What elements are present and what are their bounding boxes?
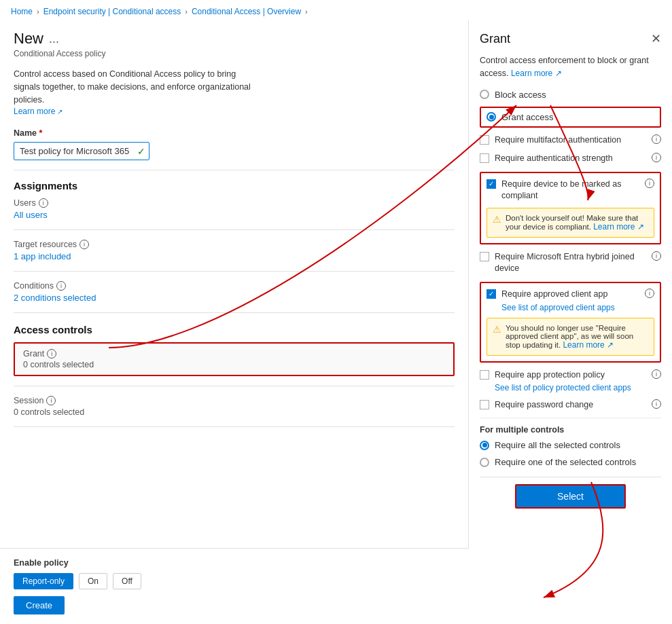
target-resources-info-icon[interactable]: i — [79, 240, 89, 249]
grant-access-radio[interactable] — [487, 112, 496, 122]
breadcrumb-sep1: › — [37, 7, 39, 16]
session-value: 0 controls selected — [14, 407, 455, 417]
hybrid-info-icon[interactable]: i — [652, 251, 661, 261]
page-learn-more[interactable]: Learn more — [14, 107, 63, 116]
panel-header: Grant ✕ — [480, 31, 661, 46]
app-protection-link[interactable]: See list of policy protected client apps — [495, 383, 661, 392]
page-title-row: New ... — [14, 30, 455, 48]
device-compliant-warning: ⚠ Don't lock yourself out! Make sure tha… — [487, 208, 654, 238]
target-resources-label: Target resources i — [14, 240, 455, 249]
block-access-radio[interactable] — [480, 90, 489, 99]
session-label: Session i — [14, 396, 455, 405]
auth-strength-info-icon[interactable]: i — [652, 153, 661, 162]
approved-app-option: Require approved client app i — [487, 289, 654, 301]
name-field-section: Name * ✓ — [14, 128, 455, 160]
toggle-off[interactable]: Off — [113, 573, 141, 589]
grant-access-highlighted: Grant access — [480, 107, 661, 128]
divider-conditions — [14, 312, 455, 313]
multiple-controls-section: For multiple controls Require all the se… — [480, 425, 661, 467]
divider-target — [14, 271, 455, 272]
device-compliant-warning-text: Don't lock yourself out! Make sure that … — [506, 214, 648, 232]
password-change-checkbox[interactable] — [480, 400, 489, 409]
require-all-label: Require all the selected controls — [495, 440, 620, 450]
panel-learn-more-link[interactable]: Learn more ↗ — [511, 69, 562, 78]
select-button-row: Select — [480, 477, 661, 509]
required-star: * — [39, 128, 43, 138]
input-check-icon: ✓ — [137, 146, 145, 157]
close-panel-button[interactable]: ✕ — [651, 31, 661, 46]
name-input-wrapper: ✓ — [14, 142, 149, 160]
require-all-option[interactable]: Require all the selected controls — [480, 440, 661, 450]
grant-label: Grant i — [23, 349, 445, 359]
auth-strength-checkbox[interactable] — [480, 153, 489, 163]
breadcrumb-home[interactable]: Home — [11, 7, 33, 16]
create-button[interactable]: Create — [14, 596, 65, 614]
require-one-option[interactable]: Require one of the selected controls — [480, 457, 661, 467]
device-compliant-label: Require device to be marked as compliant — [501, 179, 642, 202]
page-subtitle: Conditional Access policy — [14, 49, 455, 58]
main-layout: New ... Conditional Access policy Contro… — [0, 20, 672, 621]
select-button[interactable]: Select — [515, 484, 626, 509]
toggle-report-only[interactable]: Report-only — [14, 573, 73, 589]
divider-1 — [14, 170, 455, 170]
name-input[interactable] — [14, 142, 149, 160]
approved-app-warning: ⚠ You should no longer use "Require appr… — [487, 318, 654, 356]
grant-info-icon[interactable]: i — [47, 349, 56, 359]
approved-app-section: Require approved client app i See list o… — [480, 282, 661, 363]
left-panel: New ... Conditional Access policy Contro… — [0, 20, 469, 621]
conditions-value[interactable]: 2 conditions selected — [14, 293, 96, 303]
app-protection-info-icon[interactable]: i — [652, 369, 661, 379]
toggle-on[interactable]: On — [79, 573, 107, 589]
mfa-info-icon[interactable]: i — [652, 134, 661, 144]
ellipsis-menu[interactable]: ... — [49, 32, 59, 46]
breadcrumb-endpoint[interactable]: Endpoint security | Conditional access — [43, 7, 181, 16]
app-protection-content: Require app protection policy i See list… — [495, 369, 661, 392]
target-resources-row: Target resources i 1 app included — [14, 240, 455, 261]
users-info-icon[interactable]: i — [39, 198, 48, 208]
device-compliant-checkbox[interactable] — [487, 179, 496, 189]
warning-icon-2: ⚠ — [493, 324, 501, 350]
page-description: Control access based on Conditional Acce… — [14, 68, 258, 106]
app-protection-checkbox[interactable] — [480, 370, 489, 380]
approved-app-info-icon[interactable]: i — [645, 289, 654, 298]
users-value[interactable]: All users — [14, 210, 48, 220]
app-protection-option: Require app protection policy i See list… — [480, 369, 661, 392]
device-compliant-section: Require device to be marked as compliant… — [480, 172, 661, 244]
require-one-label: Require one of the selected controls — [495, 457, 636, 467]
multiple-controls-label: For multiple controls — [480, 425, 661, 435]
require-all-radio[interactable] — [480, 441, 489, 450]
approved-app-label: Require approved client app — [501, 289, 642, 301]
access-controls-title: Access controls — [14, 324, 455, 335]
warning-icon-1: ⚠ — [493, 214, 501, 232]
divider-grant — [14, 386, 455, 386]
device-compliant-learn-more[interactable]: Learn more ↗ — [593, 222, 644, 232]
grant-access-option[interactable]: Grant access — [487, 112, 654, 122]
conditions-info-icon[interactable]: i — [56, 281, 66, 291]
approved-app-learn-more[interactable]: Learn more ↗ — [563, 340, 614, 350]
divider-users — [14, 230, 455, 230]
grant-box: Grant i 0 controls selected — [14, 342, 455, 376]
password-change-info-icon[interactable]: i — [652, 399, 661, 409]
toggle-group: Report-only On Off — [14, 573, 455, 589]
assignments-section: Assignments Users i All users Target res… — [14, 180, 455, 313]
grant-panel-title: Grant — [480, 32, 510, 46]
mfa-option: Require multifactor authentication i — [480, 134, 661, 147]
session-info-icon[interactable]: i — [46, 396, 56, 405]
app-protection-label: Require app protection policy — [495, 369, 649, 382]
device-compliant-info-icon[interactable]: i — [645, 179, 654, 188]
breadcrumb-overview[interactable]: Conditional Access | Overview — [192, 7, 301, 16]
block-access-option[interactable]: Block access — [480, 90, 661, 100]
breadcrumb-sep2: › — [185, 7, 188, 16]
approved-app-checkbox[interactable] — [487, 289, 496, 299]
target-resources-value[interactable]: 1 app included — [14, 251, 71, 261]
hybrid-label: Require Microsoft Entra hybrid joined de… — [495, 251, 649, 275]
assignments-title: Assignments — [14, 180, 455, 191]
approved-app-warning-text: You should no longer use "Require approv… — [506, 324, 648, 350]
hybrid-checkbox[interactable] — [480, 252, 489, 261]
approved-app-link[interactable]: See list of approved client apps — [501, 303, 654, 312]
section-divider-controls — [480, 418, 661, 418]
mfa-checkbox[interactable] — [480, 135, 489, 145]
grant-access-label: Grant access — [501, 112, 554, 122]
require-one-radio[interactable] — [480, 458, 489, 467]
auth-strength-option: Require authentication strength i — [480, 153, 661, 165]
